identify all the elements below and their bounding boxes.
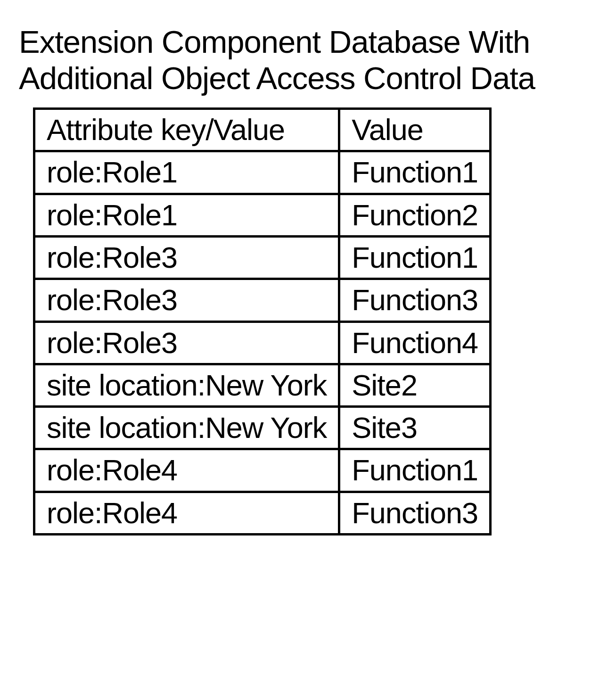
table-row: site location:New York Site3 bbox=[34, 407, 491, 449]
page-title: Extension Component Database With Additi… bbox=[19, 24, 572, 96]
title-line-1: Extension Component Database With bbox=[19, 24, 530, 59]
cell-value: Function1 bbox=[339, 236, 491, 279]
table-row: role:Role1 Function2 bbox=[34, 194, 491, 236]
cell-attribute-key: site location:New York bbox=[34, 407, 339, 449]
cell-value: Site2 bbox=[339, 364, 491, 406]
cell-value: Function3 bbox=[339, 279, 491, 321]
table-row: role:Role3 Function1 bbox=[34, 236, 491, 279]
table-header-attribute-key: Attribute key/Value bbox=[34, 109, 339, 151]
title-line-2: Additional Object Access Control Data bbox=[19, 60, 535, 96]
table-row: role:Role4 Function1 bbox=[34, 449, 491, 492]
cell-attribute-key: role:Role3 bbox=[34, 236, 339, 279]
cell-attribute-key: site location:New York bbox=[34, 364, 339, 406]
cell-attribute-key: role:Role4 bbox=[34, 449, 339, 492]
cell-value: Function1 bbox=[339, 151, 491, 194]
cell-attribute-key: role:Role3 bbox=[34, 321, 339, 364]
cell-value: Site3 bbox=[339, 407, 491, 449]
cell-attribute-key: role:Role3 bbox=[34, 279, 339, 321]
table-row: site location:New York Site2 bbox=[34, 364, 491, 406]
cell-value: Function4 bbox=[339, 321, 491, 364]
table-header-value: Value bbox=[339, 109, 491, 151]
cell-value: Function1 bbox=[339, 449, 491, 492]
table-row: role:Role3 Function3 bbox=[34, 279, 491, 321]
table-row: role:Role3 Function4 bbox=[34, 321, 491, 364]
cell-attribute-key: role:Role4 bbox=[34, 492, 339, 534]
table-row: role:Role4 Function3 bbox=[34, 492, 491, 534]
cell-attribute-key: role:Role1 bbox=[34, 151, 339, 194]
cell-value: Function2 bbox=[339, 194, 491, 236]
table-row: role:Role1 Function1 bbox=[34, 151, 491, 194]
access-control-table: Attribute key/Value Value role:Role1 Fun… bbox=[33, 107, 492, 535]
cell-value: Function3 bbox=[339, 492, 491, 534]
cell-attribute-key: role:Role1 bbox=[34, 194, 339, 236]
table-header-row: Attribute key/Value Value bbox=[34, 109, 491, 151]
